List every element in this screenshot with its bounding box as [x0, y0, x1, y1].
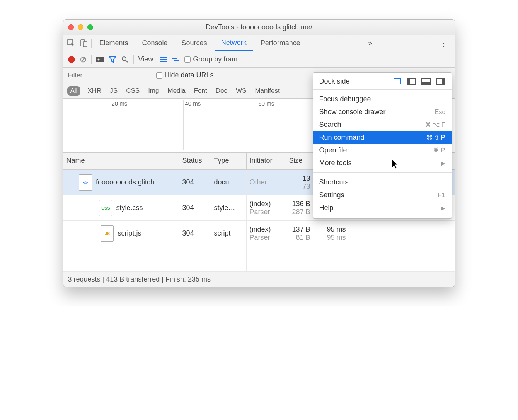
dock-left-icon[interactable] — [407, 78, 416, 85]
menu-open-file[interactable]: Open file⌘ P — [313, 144, 452, 157]
chip-img[interactable]: Img — [147, 86, 160, 96]
time-tick: 20 ms — [110, 100, 128, 150]
chip-js[interactable]: JS — [108, 86, 119, 96]
network-toolbar: ⊘ View: Group by fram — [63, 51, 455, 68]
large-rows-icon[interactable] — [160, 56, 167, 63]
svg-point-4 — [97, 58, 99, 60]
chip-doc[interactable]: Doc — [214, 86, 229, 96]
group-by-frame-checkbox[interactable]: Group by fram — [184, 55, 237, 63]
menu-focus-debuggee[interactable]: Focus debuggee — [313, 93, 452, 106]
svg-rect-8 — [160, 59, 167, 60]
dock-undock-icon[interactable] — [394, 78, 401, 84]
chip-font[interactable]: Font — [193, 86, 209, 96]
table-row-empty — [63, 246, 455, 272]
chip-xhr[interactable]: XHR — [86, 86, 103, 96]
th-name[interactable]: Name — [63, 153, 179, 169]
menu-more-tools[interactable]: More tools▶ — [313, 157, 452, 169]
request-status: 304 — [179, 195, 211, 220]
svg-rect-2 — [83, 42, 87, 47]
clear-icon[interactable]: ⊘ — [80, 55, 87, 65]
devtools-window: DevTools - foooooooods.glitch.me/ Elemen… — [63, 19, 455, 287]
css-file-icon: CSS — [99, 200, 112, 216]
main-menu-dropdown: Dock side Focus debuggee Show console dr… — [313, 72, 452, 219]
request-initiator: (index) — [250, 200, 283, 208]
device-toolbar-icon[interactable] — [79, 39, 88, 48]
search-icon[interactable] — [121, 56, 129, 63]
tab-network[interactable]: Network — [215, 35, 253, 51]
request-type: script — [211, 221, 247, 246]
svg-line-6 — [126, 60, 128, 62]
request-name: style.css — [116, 204, 143, 212]
divider — [91, 39, 92, 48]
time-tick: 40 ms — [183, 100, 201, 150]
filter-input[interactable] — [65, 70, 153, 81]
tab-sources[interactable]: Sources — [176, 35, 213, 51]
statusbar: 3 requests | 413 B transferred | Finish:… — [63, 272, 455, 287]
menu-show-console[interactable]: Show console drawerEsc — [313, 106, 452, 118]
menu-shortcuts[interactable]: Shortcuts — [313, 176, 452, 189]
svg-rect-3 — [96, 57, 104, 62]
menu-search[interactable]: Search⌘ ⌥ F — [313, 118, 452, 131]
tab-performance[interactable]: Performance — [254, 35, 307, 51]
status-text: 3 requests | 413 B transferred | Finish:… — [68, 275, 211, 283]
view-label: View: — [138, 55, 155, 63]
js-file-icon: JS — [101, 225, 114, 242]
chip-manifest[interactable]: Manifest — [253, 86, 281, 96]
html-file-icon: <> — [79, 174, 92, 191]
table-row[interactable]: JSscript.js 304 script (index)Parser 137… — [63, 221, 455, 246]
th-status[interactable]: Status — [179, 153, 211, 169]
svg-rect-11 — [174, 60, 179, 61]
cursor-icon — [392, 160, 399, 171]
request-status: 304 — [179, 170, 211, 195]
screenshot-icon[interactable] — [96, 56, 104, 63]
dock-right-icon[interactable] — [436, 78, 445, 85]
dock-side-row: Dock side — [313, 75, 452, 88]
chip-ws[interactable]: WS — [234, 86, 248, 96]
tabbar: Elements Console Sources Network Perform… — [63, 35, 455, 51]
chip-media[interactable]: Media — [166, 86, 187, 96]
divider — [91, 55, 92, 64]
divider — [313, 172, 452, 173]
dock-bottom-icon[interactable] — [421, 78, 431, 85]
svg-rect-9 — [160, 61, 167, 62]
request-initiator: Other — [250, 178, 283, 186]
request-type: docu… — [211, 170, 247, 195]
th-initiator[interactable]: Initiator — [247, 153, 286, 169]
request-status: 304 — [179, 221, 211, 246]
request-name: script.js — [118, 229, 141, 237]
tab-elements[interactable]: Elements — [93, 35, 135, 51]
chip-all[interactable]: All — [67, 86, 81, 96]
tab-console[interactable]: Console — [136, 35, 174, 51]
svg-point-5 — [122, 57, 126, 61]
chip-css[interactable]: CSS — [124, 86, 141, 96]
request-name: foooooooods.glitch.… — [96, 178, 163, 186]
svg-rect-7 — [160, 57, 167, 58]
request-type: style… — [211, 195, 247, 220]
record-button[interactable] — [68, 56, 75, 63]
th-type[interactable]: Type — [211, 153, 247, 169]
divider — [313, 89, 452, 90]
th-size[interactable]: Size — [286, 153, 314, 169]
inspect-element-icon[interactable] — [66, 39, 76, 48]
titlebar: DevTools - foooooooods.glitch.me/ — [63, 20, 455, 35]
overview-icon[interactable] — [172, 56, 180, 63]
time-tick: 60 ms — [257, 100, 274, 150]
menu-settings[interactable]: SettingsF1 — [313, 189, 452, 201]
kebab-menu-button[interactable]: ⋮ — [436, 39, 452, 48]
filter-icon[interactable] — [109, 56, 116, 63]
request-initiator: (index) — [250, 225, 283, 234]
menu-run-command[interactable]: Run command⌘ ⇧ P — [313, 131, 452, 144]
window-title: DevTools - foooooooods.glitch.me/ — [63, 23, 455, 31]
divider — [378, 39, 378, 48]
menu-help[interactable]: Help▶ — [313, 201, 452, 214]
hide-data-urls-checkbox[interactable]: Hide data URLs — [153, 71, 214, 79]
tab-overflow-button[interactable]: » — [365, 39, 377, 48]
svg-rect-10 — [172, 58, 177, 59]
divider — [133, 55, 134, 64]
